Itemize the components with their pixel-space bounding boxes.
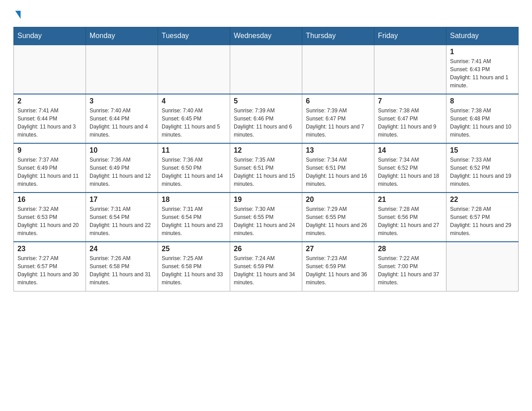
calendar-day-cell: 11Sunrise: 7:36 AMSunset: 6:50 PMDayligh… <box>158 143 230 193</box>
day-number: 23 <box>17 245 82 253</box>
day-info: Sunrise: 7:41 AMSunset: 6:43 PMDaylight:… <box>450 57 515 90</box>
calendar-day-cell: 13Sunrise: 7:34 AMSunset: 6:51 PMDayligh… <box>302 143 374 193</box>
day-info: Sunrise: 7:26 AMSunset: 6:58 PMDaylight:… <box>90 254 154 287</box>
calendar-day-cell: 3Sunrise: 7:40 AMSunset: 6:44 PMDaylight… <box>86 94 158 143</box>
day-number: 7 <box>378 97 442 105</box>
calendar-day-cell: 17Sunrise: 7:31 AMSunset: 6:54 PMDayligh… <box>86 193 158 242</box>
day-info: Sunrise: 7:38 AMSunset: 6:47 PMDaylight:… <box>378 107 442 139</box>
calendar-day-cell: 26Sunrise: 7:24 AMSunset: 6:59 PMDayligh… <box>230 242 302 291</box>
day-info: Sunrise: 7:29 AMSunset: 6:55 PMDaylight:… <box>306 205 370 237</box>
day-info: Sunrise: 7:30 AMSunset: 6:55 PMDaylight:… <box>234 205 298 237</box>
calendar-day-cell: 28Sunrise: 7:22 AMSunset: 7:00 PMDayligh… <box>374 242 446 291</box>
calendar-day-cell: 4Sunrise: 7:40 AMSunset: 6:45 PMDaylight… <box>158 94 230 143</box>
day-number: 16 <box>17 196 82 204</box>
day-number: 1 <box>450 48 515 56</box>
calendar-day-cell: 19Sunrise: 7:30 AMSunset: 6:55 PMDayligh… <box>230 193 302 242</box>
day-number: 27 <box>306 245 370 253</box>
day-info: Sunrise: 7:33 AMSunset: 6:52 PMDaylight:… <box>450 156 515 188</box>
calendar-day-cell <box>374 45 446 94</box>
logo-arrow-icon <box>15 11 21 19</box>
day-number: 4 <box>162 97 226 105</box>
calendar-day-cell: 27Sunrise: 7:23 AMSunset: 6:59 PMDayligh… <box>302 242 374 291</box>
day-info: Sunrise: 7:34 AMSunset: 6:52 PMDaylight:… <box>378 156 442 188</box>
day-info: Sunrise: 7:38 AMSunset: 6:48 PMDaylight:… <box>450 107 515 139</box>
day-number: 13 <box>306 146 370 154</box>
day-number: 18 <box>162 196 226 204</box>
calendar-day-cell: 18Sunrise: 7:31 AMSunset: 6:54 PMDayligh… <box>158 193 230 242</box>
day-number: 3 <box>90 97 154 105</box>
calendar-header-row: SundayMondayTuesdayWednesdayThursdayFrid… <box>14 27 519 45</box>
day-number: 6 <box>306 97 370 105</box>
day-number: 5 <box>234 97 298 105</box>
day-info: Sunrise: 7:40 AMSunset: 6:44 PMDaylight:… <box>90 107 154 139</box>
weekday-header: Thursday <box>302 27 374 45</box>
day-info: Sunrise: 7:40 AMSunset: 6:45 PMDaylight:… <box>162 107 226 139</box>
day-info: Sunrise: 7:22 AMSunset: 7:00 PMDaylight:… <box>378 254 442 287</box>
day-number: 28 <box>378 245 442 253</box>
day-info: Sunrise: 7:32 AMSunset: 6:53 PMDaylight:… <box>17 205 82 237</box>
day-info: Sunrise: 7:36 AMSunset: 6:50 PMDaylight:… <box>162 156 226 188</box>
calendar-day-cell: 1Sunrise: 7:41 AMSunset: 6:43 PMDaylight… <box>446 45 519 94</box>
day-info: Sunrise: 7:23 AMSunset: 6:59 PMDaylight:… <box>306 254 370 287</box>
weekday-header: Sunday <box>14 27 86 45</box>
calendar-day-cell: 24Sunrise: 7:26 AMSunset: 6:58 PMDayligh… <box>86 242 158 291</box>
day-info: Sunrise: 7:41 AMSunset: 6:44 PMDaylight:… <box>17 107 82 139</box>
calendar-day-cell: 7Sunrise: 7:38 AMSunset: 6:47 PMDaylight… <box>374 94 446 143</box>
calendar-day-cell: 8Sunrise: 7:38 AMSunset: 6:48 PMDaylight… <box>446 94 519 143</box>
calendar-week-row: 16Sunrise: 7:32 AMSunset: 6:53 PMDayligh… <box>14 193 519 242</box>
calendar-day-cell <box>14 45 86 94</box>
day-number: 8 <box>450 97 515 105</box>
day-info: Sunrise: 7:34 AMSunset: 6:51 PMDaylight:… <box>306 156 370 188</box>
calendar-day-cell: 23Sunrise: 7:27 AMSunset: 6:57 PMDayligh… <box>14 242 86 291</box>
calendar-week-row: 1Sunrise: 7:41 AMSunset: 6:43 PMDaylight… <box>14 45 519 94</box>
day-number: 24 <box>90 245 154 253</box>
day-number: 9 <box>17 146 82 154</box>
calendar-day-cell: 25Sunrise: 7:25 AMSunset: 6:58 PMDayligh… <box>158 242 230 291</box>
day-info: Sunrise: 7:31 AMSunset: 6:54 PMDaylight:… <box>162 205 226 237</box>
calendar-day-cell: 20Sunrise: 7:29 AMSunset: 6:55 PMDayligh… <box>302 193 374 242</box>
calendar-day-cell: 16Sunrise: 7:32 AMSunset: 6:53 PMDayligh… <box>14 193 86 242</box>
day-number: 2 <box>17 97 82 105</box>
day-number: 21 <box>378 196 442 204</box>
calendar-day-cell <box>302 45 374 94</box>
calendar-day-cell: 10Sunrise: 7:36 AMSunset: 6:49 PMDayligh… <box>86 143 158 193</box>
calendar-week-row: 23Sunrise: 7:27 AMSunset: 6:57 PMDayligh… <box>14 242 519 291</box>
calendar-table: SundayMondayTuesdayWednesdayThursdayFrid… <box>13 27 519 291</box>
day-info: Sunrise: 7:27 AMSunset: 6:57 PMDaylight:… <box>17 254 82 287</box>
calendar-day-cell <box>230 45 302 94</box>
day-number: 25 <box>162 245 226 253</box>
day-number: 17 <box>90 196 154 204</box>
calendar-day-cell <box>446 242 519 291</box>
day-info: Sunrise: 7:39 AMSunset: 6:47 PMDaylight:… <box>306 107 370 139</box>
day-number: 19 <box>234 196 298 204</box>
weekday-header: Monday <box>86 27 158 45</box>
calendar-day-cell: 6Sunrise: 7:39 AMSunset: 6:47 PMDaylight… <box>302 94 374 143</box>
weekday-header: Friday <box>374 27 446 45</box>
logo <box>13 9 21 18</box>
day-info: Sunrise: 7:31 AMSunset: 6:54 PMDaylight:… <box>90 205 154 237</box>
weekday-header: Wednesday <box>230 27 302 45</box>
calendar-day-cell: 5Sunrise: 7:39 AMSunset: 6:46 PMDaylight… <box>230 94 302 143</box>
calendar-day-cell <box>158 45 230 94</box>
day-number: 12 <box>234 146 298 154</box>
day-info: Sunrise: 7:37 AMSunset: 6:49 PMDaylight:… <box>17 156 82 188</box>
weekday-header: Tuesday <box>158 27 230 45</box>
day-number: 11 <box>162 146 226 154</box>
day-info: Sunrise: 7:28 AMSunset: 6:56 PMDaylight:… <box>378 205 442 237</box>
day-number: 26 <box>234 245 298 253</box>
calendar-week-row: 2Sunrise: 7:41 AMSunset: 6:44 PMDaylight… <box>14 94 519 143</box>
day-info: Sunrise: 7:24 AMSunset: 6:59 PMDaylight:… <box>234 254 298 287</box>
calendar-day-cell: 14Sunrise: 7:34 AMSunset: 6:52 PMDayligh… <box>374 143 446 193</box>
calendar-day-cell: 15Sunrise: 7:33 AMSunset: 6:52 PMDayligh… <box>446 143 519 193</box>
calendar-day-cell: 21Sunrise: 7:28 AMSunset: 6:56 PMDayligh… <box>374 193 446 242</box>
calendar-day-cell: 2Sunrise: 7:41 AMSunset: 6:44 PMDaylight… <box>14 94 86 143</box>
calendar-day-cell: 12Sunrise: 7:35 AMSunset: 6:51 PMDayligh… <box>230 143 302 193</box>
day-number: 10 <box>90 146 154 154</box>
day-info: Sunrise: 7:25 AMSunset: 6:58 PMDaylight:… <box>162 254 226 287</box>
day-number: 20 <box>306 196 370 204</box>
day-info: Sunrise: 7:36 AMSunset: 6:49 PMDaylight:… <box>90 156 154 188</box>
day-number: 15 <box>450 146 515 154</box>
weekday-header: Saturday <box>446 27 519 45</box>
calendar-day-cell <box>86 45 158 94</box>
calendar-week-row: 9Sunrise: 7:37 AMSunset: 6:49 PMDaylight… <box>14 143 519 193</box>
